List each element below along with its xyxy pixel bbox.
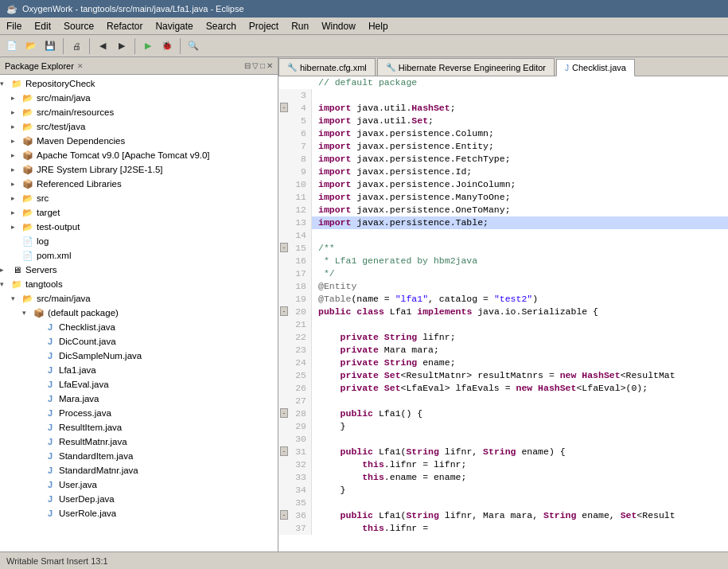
line-gutter: 30 [278,433,312,446]
tree-item-ResultItem[interactable]: J ResultItem.java [0,420,278,435]
tree-item-Checklist[interactable]: J Checklist.java [0,320,278,334]
code-row: 24 private String ename; [278,357,728,369]
tree-item-servers[interactable]: ▸ 🖥 Servers [0,263,278,277]
tree-item-tangtools[interactable]: ▾ 📁 tangtools [0,277,278,291]
pe-max-btn[interactable]: □ [260,61,265,70]
toolbar: 📄 📂 💾 🖨 ◀ ▶ ▶ 🐞 🔍 [0,35,728,57]
tree-item-repo-check[interactable]: ▾ 📁 RepositoryCheck [0,76,278,91]
save-btn[interactable]: 💾 [41,37,59,55]
tree-label: ResultItem.java [59,423,122,432]
line-gutter: 7 [278,140,312,153]
print-btn[interactable]: 🖨 [68,37,85,55]
debug-btn[interactable]: 🐞 [158,37,176,55]
tree-item-StandardItem[interactable]: J StandardItem.java [0,449,278,463]
tree-item-tomcat[interactable]: ▸ 📦 Apache Tomcat v9.0 [Apache Tomcat v9… [0,148,278,162]
tree-item-src[interactable]: ▸ 📂 src [0,191,278,205]
code-row: -31 public Lfa1(String lifnr, String ena… [278,446,728,458]
tree-item-StandardMatnr[interactable]: J StandardMatnr.java [0,463,278,477]
tree-item-target[interactable]: ▸ 📂 target [0,205,278,220]
tree-item-User[interactable]: J User.java [0,477,278,492]
back-btn[interactable]: ◀ [94,37,111,55]
tree-item-ResultMatnr[interactable]: J ResultMatnr.java [0,435,278,449]
code-body: /** [312,242,728,255]
line-gutter: 19 [278,293,312,306]
line-gutter: 21 [278,318,312,331]
line-gutter: 17 [278,267,312,280]
tree-label: (default package) [48,308,119,318]
tree-item-maven-deps[interactable]: ▸ 📦 Maven Dependencies [0,134,278,148]
tree-item-log[interactable]: 📄 log [0,234,278,248]
tree-item-tang-default-pkg[interactable]: ▾ 📦 (default package) [0,306,278,320]
tree-icon: 🖥 [10,265,24,275]
menu-item-window[interactable]: Window [315,19,362,33]
tree-icon: J [43,451,57,461]
tree-item-Lfa1[interactable]: J Lfa1.java [0,363,278,377]
line-gutter: 8 [278,153,312,166]
tree-icon: J [43,322,57,332]
run-btn[interactable]: ▶ [139,37,157,55]
fold-icon[interactable]: - [280,306,288,316]
menu-item-file[interactable]: File [0,19,28,33]
tree-item-DicCount[interactable]: J DicCount.java [0,334,278,349]
tree-item-LfaEval[interactable]: J LfaEval.java [0,377,278,392]
new-btn[interactable]: 📄 [3,37,21,55]
tree-item-Process[interactable]: J Process.java [0,406,278,420]
tree-item-tang-src-main-java[interactable]: ▾ 📂 src/main/java [0,291,278,306]
tree-item-DicSampleNum[interactable]: J DicSampleNum.java [0,349,278,363]
code-body: * Lfa1 generated by hbm2java [312,255,728,267]
editor-area: 🔧hibernate.cfg.xml🔧Hibernate Reverse Eng… [278,57,728,551]
open-btn[interactable]: 📂 [22,37,40,55]
menu-item-run[interactable]: Run [285,19,315,33]
tree-icon: J [43,337,57,346]
code-row: 8import javax.persistence.FetchType; [278,153,728,166]
tree-label: src/main/java [37,294,91,303]
tree-icon: J [43,408,57,418]
fold-icon[interactable]: - [280,243,288,252]
tab-hibernate-cfg[interactable]: 🔧hibernate.cfg.xml [278,58,376,76]
fold-icon[interactable]: - [280,103,288,112]
tree-item-test-output[interactable]: ▸ 📂 test-output [0,220,278,234]
tree-item-src-main-java[interactable]: ▸ 📂 src/main/java [0,91,278,105]
menu-item-project[interactable]: Project [243,19,285,33]
tree-item-src-main-res[interactable]: ▸ 📂 src/main/resources [0,105,278,119]
tree-label: StandardItem.java [59,451,133,461]
code-container[interactable]: // default package3-4import java.util.Ha… [278,76,728,551]
tree-label: User.java [59,480,97,489]
pe-collapse-btn[interactable]: ⊟ [244,61,251,70]
line-gutter: 22 [278,331,312,344]
menu-item-help[interactable]: Help [362,19,395,33]
tree-label: log [37,236,49,246]
code-row: 18@Entity [278,280,728,293]
tree-label: Lfa1.java [59,365,96,375]
menu-item-search[interactable]: Search [200,19,243,33]
tree-item-src-test-java[interactable]: ▸ 📂 src/test/java [0,119,278,134]
pe-close-btn[interactable]: ✕ [267,61,273,70]
tree-item-UserDep[interactable]: J UserDep.java [0,492,278,506]
fold-icon[interactable]: - [280,446,288,456]
menu-item-refactor[interactable]: Refactor [100,19,149,33]
fold-icon[interactable]: - [280,510,288,520]
tree-item-UserRole[interactable]: J UserRole.java [0,506,278,520]
code-body: import javax.persistence.OneToMany; [312,204,728,216]
code-row: 32 this.lifnr = lifnr; [278,458,728,471]
tree-item-pom[interactable]: 📄 pom.xml [0,248,278,263]
tree-item-jre[interactable]: ▸ 📦 JRE System Library [J2SE-1.5] [0,162,278,177]
search-btn[interactable]: 🔍 [185,37,202,55]
tab-hibernate-rev[interactable]: 🔧Hibernate Reverse Engineering Editor [377,58,555,76]
code-row: 3 [278,89,728,102]
code-row: -20public class Lfa1 implements java.io.… [278,306,728,318]
pe-menu-btn[interactable]: ▽ [252,61,259,70]
tree-item-Mara[interactable]: J Mara.java [0,392,278,406]
forward-btn[interactable]: ▶ [113,37,130,55]
sep3 [134,38,135,54]
code-body: import javax.persistence.JoinColumn; [312,178,728,191]
tab-checklist-java[interactable]: JChecklist.java [556,59,635,76]
fold-icon[interactable]: - [280,408,288,418]
tree-icon: J [43,466,57,475]
tree-item-ref-libs[interactable]: ▸ 📦 Referenced Libraries [0,177,278,191]
tree-icon: 📂 [21,294,35,304]
menu-item-navigate[interactable]: Navigate [149,19,199,33]
code-body: private Mara mara; [312,344,728,357]
menu-item-edit[interactable]: Edit [28,19,57,33]
menu-item-source[interactable]: Source [57,19,100,33]
